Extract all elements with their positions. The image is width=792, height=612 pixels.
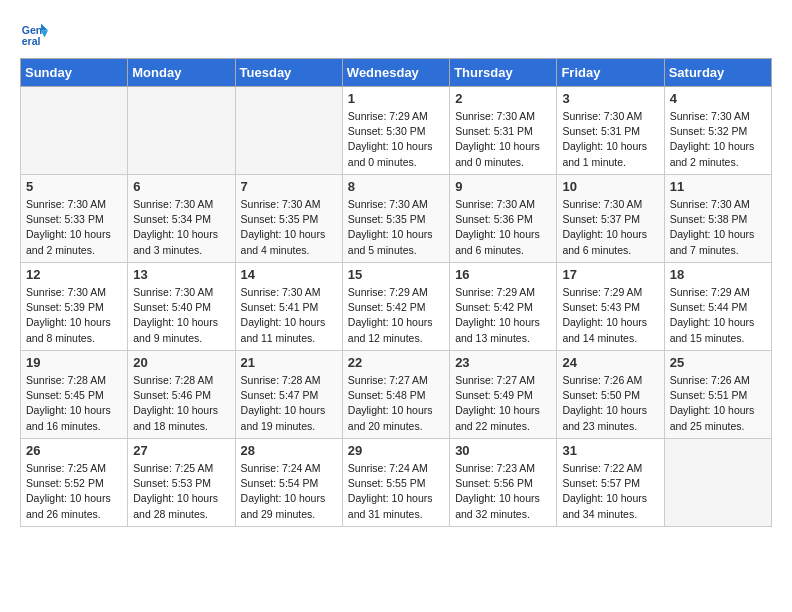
day-number: 31 <box>562 443 658 458</box>
calendar-day-cell <box>21 87 128 175</box>
day-info: Sunrise: 7:30 AM Sunset: 5:35 PM Dayligh… <box>348 197 444 258</box>
weekday-header-cell: Thursday <box>450 59 557 87</box>
day-info: Sunrise: 7:27 AM Sunset: 5:48 PM Dayligh… <box>348 373 444 434</box>
calendar-week-row: 19 Sunrise: 7:28 AM Sunset: 5:45 PM Dayl… <box>21 351 772 439</box>
calendar-day-cell: 1 Sunrise: 7:29 AM Sunset: 5:30 PM Dayli… <box>342 87 449 175</box>
calendar-day-cell: 4 Sunrise: 7:30 AM Sunset: 5:32 PM Dayli… <box>664 87 771 175</box>
day-info: Sunrise: 7:30 AM Sunset: 5:41 PM Dayligh… <box>241 285 337 346</box>
logo: Gen eral <box>20 20 52 48</box>
day-info: Sunrise: 7:23 AM Sunset: 5:56 PM Dayligh… <box>455 461 551 522</box>
day-info: Sunrise: 7:27 AM Sunset: 5:49 PM Dayligh… <box>455 373 551 434</box>
day-info: Sunrise: 7:30 AM Sunset: 5:37 PM Dayligh… <box>562 197 658 258</box>
calendar-day-cell: 11 Sunrise: 7:30 AM Sunset: 5:38 PM Dayl… <box>664 175 771 263</box>
calendar-week-row: 5 Sunrise: 7:30 AM Sunset: 5:33 PM Dayli… <box>21 175 772 263</box>
weekday-header-cell: Tuesday <box>235 59 342 87</box>
day-number: 11 <box>670 179 766 194</box>
calendar-day-cell: 13 Sunrise: 7:30 AM Sunset: 5:40 PM Dayl… <box>128 263 235 351</box>
day-info: Sunrise: 7:25 AM Sunset: 5:53 PM Dayligh… <box>133 461 229 522</box>
calendar-day-cell: 31 Sunrise: 7:22 AM Sunset: 5:57 PM Dayl… <box>557 439 664 527</box>
calendar-day-cell: 25 Sunrise: 7:26 AM Sunset: 5:51 PM Dayl… <box>664 351 771 439</box>
day-number: 1 <box>348 91 444 106</box>
day-number: 22 <box>348 355 444 370</box>
day-number: 25 <box>670 355 766 370</box>
day-number: 8 <box>348 179 444 194</box>
day-info: Sunrise: 7:30 AM Sunset: 5:31 PM Dayligh… <box>562 109 658 170</box>
day-info: Sunrise: 7:25 AM Sunset: 5:52 PM Dayligh… <box>26 461 122 522</box>
day-number: 28 <box>241 443 337 458</box>
calendar-day-cell: 16 Sunrise: 7:29 AM Sunset: 5:42 PM Dayl… <box>450 263 557 351</box>
calendar-day-cell: 24 Sunrise: 7:26 AM Sunset: 5:50 PM Dayl… <box>557 351 664 439</box>
day-number: 18 <box>670 267 766 282</box>
calendar-day-cell: 6 Sunrise: 7:30 AM Sunset: 5:34 PM Dayli… <box>128 175 235 263</box>
calendar-day-cell: 7 Sunrise: 7:30 AM Sunset: 5:35 PM Dayli… <box>235 175 342 263</box>
calendar-day-cell: 12 Sunrise: 7:30 AM Sunset: 5:39 PM Dayl… <box>21 263 128 351</box>
day-info: Sunrise: 7:30 AM Sunset: 5:38 PM Dayligh… <box>670 197 766 258</box>
day-info: Sunrise: 7:28 AM Sunset: 5:46 PM Dayligh… <box>133 373 229 434</box>
calendar-day-cell <box>664 439 771 527</box>
day-info: Sunrise: 7:30 AM Sunset: 5:35 PM Dayligh… <box>241 197 337 258</box>
calendar-day-cell: 15 Sunrise: 7:29 AM Sunset: 5:42 PM Dayl… <box>342 263 449 351</box>
calendar-day-cell <box>235 87 342 175</box>
calendar-day-cell: 29 Sunrise: 7:24 AM Sunset: 5:55 PM Dayl… <box>342 439 449 527</box>
calendar-day-cell: 2 Sunrise: 7:30 AM Sunset: 5:31 PM Dayli… <box>450 87 557 175</box>
weekday-header-cell: Saturday <box>664 59 771 87</box>
day-info: Sunrise: 7:30 AM Sunset: 5:36 PM Dayligh… <box>455 197 551 258</box>
day-number: 26 <box>26 443 122 458</box>
day-info: Sunrise: 7:24 AM Sunset: 5:54 PM Dayligh… <box>241 461 337 522</box>
day-info: Sunrise: 7:29 AM Sunset: 5:43 PM Dayligh… <box>562 285 658 346</box>
weekday-header-cell: Monday <box>128 59 235 87</box>
calendar-day-cell: 21 Sunrise: 7:28 AM Sunset: 5:47 PM Dayl… <box>235 351 342 439</box>
calendar-day-cell: 23 Sunrise: 7:27 AM Sunset: 5:49 PM Dayl… <box>450 351 557 439</box>
page-header: Gen eral <box>20 20 772 48</box>
calendar-day-cell: 9 Sunrise: 7:30 AM Sunset: 5:36 PM Dayli… <box>450 175 557 263</box>
day-number: 2 <box>455 91 551 106</box>
day-number: 21 <box>241 355 337 370</box>
weekday-header-cell: Friday <box>557 59 664 87</box>
calendar-day-cell: 5 Sunrise: 7:30 AM Sunset: 5:33 PM Dayli… <box>21 175 128 263</box>
day-info: Sunrise: 7:30 AM Sunset: 5:31 PM Dayligh… <box>455 109 551 170</box>
day-number: 4 <box>670 91 766 106</box>
day-info: Sunrise: 7:24 AM Sunset: 5:55 PM Dayligh… <box>348 461 444 522</box>
day-number: 9 <box>455 179 551 194</box>
day-number: 6 <box>133 179 229 194</box>
day-info: Sunrise: 7:30 AM Sunset: 5:33 PM Dayligh… <box>26 197 122 258</box>
calendar-week-row: 26 Sunrise: 7:25 AM Sunset: 5:52 PM Dayl… <box>21 439 772 527</box>
calendar-day-cell: 8 Sunrise: 7:30 AM Sunset: 5:35 PM Dayli… <box>342 175 449 263</box>
calendar-day-cell: 20 Sunrise: 7:28 AM Sunset: 5:46 PM Dayl… <box>128 351 235 439</box>
day-number: 7 <box>241 179 337 194</box>
day-info: Sunrise: 7:28 AM Sunset: 5:45 PM Dayligh… <box>26 373 122 434</box>
day-number: 5 <box>26 179 122 194</box>
day-number: 24 <box>562 355 658 370</box>
day-number: 20 <box>133 355 229 370</box>
day-number: 12 <box>26 267 122 282</box>
calendar-day-cell: 14 Sunrise: 7:30 AM Sunset: 5:41 PM Dayl… <box>235 263 342 351</box>
day-info: Sunrise: 7:26 AM Sunset: 5:51 PM Dayligh… <box>670 373 766 434</box>
calendar-day-cell: 17 Sunrise: 7:29 AM Sunset: 5:43 PM Dayl… <box>557 263 664 351</box>
day-number: 30 <box>455 443 551 458</box>
calendar-day-cell: 27 Sunrise: 7:25 AM Sunset: 5:53 PM Dayl… <box>128 439 235 527</box>
day-info: Sunrise: 7:30 AM Sunset: 5:40 PM Dayligh… <box>133 285 229 346</box>
day-info: Sunrise: 7:29 AM Sunset: 5:30 PM Dayligh… <box>348 109 444 170</box>
calendar-day-cell: 18 Sunrise: 7:29 AM Sunset: 5:44 PM Dayl… <box>664 263 771 351</box>
day-number: 19 <box>26 355 122 370</box>
calendar-day-cell: 3 Sunrise: 7:30 AM Sunset: 5:31 PM Dayli… <box>557 87 664 175</box>
day-info: Sunrise: 7:30 AM Sunset: 5:39 PM Dayligh… <box>26 285 122 346</box>
calendar-day-cell <box>128 87 235 175</box>
calendar-day-cell: 30 Sunrise: 7:23 AM Sunset: 5:56 PM Dayl… <box>450 439 557 527</box>
day-info: Sunrise: 7:28 AM Sunset: 5:47 PM Dayligh… <box>241 373 337 434</box>
calendar-week-row: 12 Sunrise: 7:30 AM Sunset: 5:39 PM Dayl… <box>21 263 772 351</box>
day-info: Sunrise: 7:30 AM Sunset: 5:32 PM Dayligh… <box>670 109 766 170</box>
weekday-header-cell: Wednesday <box>342 59 449 87</box>
calendar-day-cell: 10 Sunrise: 7:30 AM Sunset: 5:37 PM Dayl… <box>557 175 664 263</box>
svg-text:eral: eral <box>22 35 41 47</box>
day-info: Sunrise: 7:30 AM Sunset: 5:34 PM Dayligh… <box>133 197 229 258</box>
day-info: Sunrise: 7:29 AM Sunset: 5:42 PM Dayligh… <box>348 285 444 346</box>
day-number: 27 <box>133 443 229 458</box>
calendar-day-cell: 26 Sunrise: 7:25 AM Sunset: 5:52 PM Dayl… <box>21 439 128 527</box>
day-info: Sunrise: 7:22 AM Sunset: 5:57 PM Dayligh… <box>562 461 658 522</box>
calendar-day-cell: 28 Sunrise: 7:24 AM Sunset: 5:54 PM Dayl… <box>235 439 342 527</box>
weekday-header-cell: Sunday <box>21 59 128 87</box>
day-number: 14 <box>241 267 337 282</box>
calendar-table: SundayMondayTuesdayWednesdayThursdayFrid… <box>20 58 772 527</box>
day-number: 29 <box>348 443 444 458</box>
